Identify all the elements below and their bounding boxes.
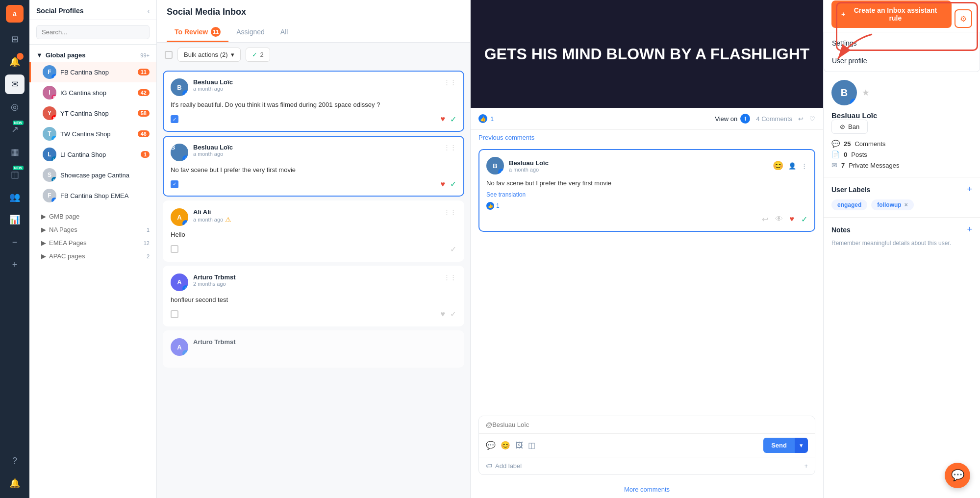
notes-placeholder: Remember meaningful details about this u… bbox=[831, 240, 972, 247]
global-pages-header[interactable]: ▼ Global pages 99+ bbox=[29, 49, 156, 62]
emea-pages-group[interactable]: ▶ EMEA Pages 12 bbox=[29, 236, 156, 249]
heart-post-icon[interactable]: ♡ bbox=[809, 115, 815, 123]
user-star-icon[interactable]: ★ bbox=[862, 87, 870, 98]
post-actions: View on f 4 Comments ↩ ♡ bbox=[715, 114, 815, 124]
sidebar-item-yt-cantina[interactable]: Y ▶ YT Cantina Shop 58 bbox=[29, 103, 156, 124]
tab-to-review[interactable]: To Review 11 bbox=[167, 23, 228, 42]
sidebar-item-showcase-cantina[interactable]: S in Showcase page Cantina bbox=[29, 165, 156, 185]
image-icon[interactable]: 🖼 bbox=[515, 441, 523, 450]
message-card-5[interactable]: A f Arturo Trbmst bbox=[163, 330, 464, 368]
send-button[interactable]: Send bbox=[763, 438, 795, 453]
add-label-button[interactable]: 🏷 Add label + bbox=[479, 457, 815, 474]
apac-pages-group[interactable]: ▶ APAC pages 2 bbox=[29, 249, 156, 263]
share-nav-item[interactable]: ↗ NEW bbox=[5, 120, 25, 139]
more-comments-link[interactable]: More comments bbox=[471, 481, 823, 498]
done-icon-4[interactable]: ✓ bbox=[450, 309, 456, 319]
check-count-button[interactable]: ✓ 2 bbox=[246, 48, 270, 62]
icon-navigation: a ⊞ 🔔 ✉ ◎ ↗ NEW ▦ ◫ NEW 👥 📊 − + ? 🔔 bbox=[0, 0, 29, 498]
sidebar-item-ig-cantina[interactable]: I ▣ IG Cantina shop 42 bbox=[29, 82, 156, 103]
msg-info-4: Arturo Trbmst 2 months ago bbox=[193, 274, 439, 287]
sidebar-collapse-icon[interactable]: ‹ bbox=[148, 7, 150, 15]
team-nav-item[interactable]: 👥 bbox=[5, 187, 25, 207]
assign-icon[interactable]: 👤 bbox=[788, 162, 796, 170]
message-list: B f Besluau Loïc a month ago ⋮⋮ It's rea… bbox=[157, 67, 470, 498]
sidebar-item-li-cantina[interactable]: L in LI Cantina Shop 1 bbox=[29, 144, 156, 165]
search-input[interactable] bbox=[36, 25, 150, 39]
sidebar-item-tw-cantina[interactable]: T t TW Cantina Shop 46 bbox=[29, 124, 156, 144]
create-inbox-rule-button[interactable]: + Create an Inbox assistant rule bbox=[831, 0, 952, 28]
done-icon-2[interactable]: ✓ bbox=[450, 179, 456, 189]
msg-checkbox-4[interactable] bbox=[171, 310, 178, 318]
add-note-icon[interactable]: + bbox=[967, 224, 972, 235]
share-post-icon[interactable]: ↩ bbox=[798, 115, 804, 123]
na-pages-group[interactable]: ▶ NA Pages 1 bbox=[29, 223, 156, 236]
bulk-actions-chevron-icon: ▾ bbox=[231, 51, 234, 58]
social-nav-item[interactable]: ◎ bbox=[5, 97, 25, 117]
tab-all[interactable]: All bbox=[273, 23, 296, 42]
remove-followup-label[interactable]: × bbox=[905, 201, 908, 208]
like-icon-2[interactable]: ♥ bbox=[441, 180, 446, 189]
gmb-page-group[interactable]: ▶ GMB page bbox=[29, 210, 156, 223]
bulk-actions-button[interactable]: Bulk actions (2) ▾ bbox=[177, 48, 241, 62]
message-card-1[interactable]: B f Besluau Loïc a month ago ⋮⋮ It's rea… bbox=[163, 71, 464, 132]
view-on-facebook[interactable]: View on f bbox=[715, 114, 750, 124]
like-icon-4[interactable]: ♥ bbox=[441, 310, 446, 319]
msg-actions-2: ✓ ♥ ✓ bbox=[171, 179, 456, 189]
ban-button[interactable]: ⊘ Ban bbox=[831, 120, 868, 134]
reply-icon[interactable]: ↩ bbox=[762, 215, 768, 224]
msg-checkbox-3[interactable] bbox=[171, 245, 178, 253]
msg-menu-icon-1[interactable]: ⋮⋮ bbox=[444, 78, 456, 86]
add-label-icon[interactable]: + bbox=[967, 184, 972, 195]
more-options-icon[interactable]: ⋮ bbox=[801, 162, 807, 170]
message-card-2[interactable]: B f Besluau Loïc a month ago ⋮⋮ No fav s… bbox=[163, 136, 464, 197]
see-translation-link[interactable]: See translation bbox=[486, 191, 807, 198]
calendar2-nav-item[interactable]: ◫ NEW bbox=[5, 165, 25, 184]
emoji-icon[interactable]: 😊 bbox=[501, 441, 510, 450]
chart-nav-item[interactable]: 📊 bbox=[5, 210, 25, 229]
new-badge: NEW bbox=[13, 121, 24, 125]
settings-gear-button[interactable]: ⚙ bbox=[955, 9, 972, 28]
user-stats: 💬 25 Comments 📄 0 Posts ✉ 7 Private Mess… bbox=[831, 140, 972, 169]
hide-icon[interactable]: 👁 bbox=[775, 215, 783, 224]
message-card-4[interactable]: A f Arturo Trbmst 2 months ago ⋮⋮ honfle… bbox=[163, 266, 464, 327]
msg-action-icons-2: ♥ ✓ bbox=[441, 179, 457, 189]
emoji-reaction-icon[interactable]: 😊 bbox=[773, 160, 783, 171]
help-nav-item[interactable]: ? bbox=[5, 451, 25, 471]
send-button-group: Send ▾ bbox=[763, 438, 808, 453]
speech-bubble-icon[interactable]: 💬 bbox=[486, 441, 496, 450]
previous-comments-link[interactable]: Previous comments bbox=[471, 130, 823, 145]
calendar-nav-item[interactable]: ▦ bbox=[5, 142, 25, 162]
ban-icon: ⊘ bbox=[840, 123, 845, 130]
tab-assigned[interactable]: Assigned bbox=[228, 23, 273, 42]
msg-menu-icon-3[interactable]: ⋮⋮ bbox=[444, 208, 456, 216]
send-dropdown-button[interactable]: ▾ bbox=[795, 438, 808, 453]
msg-checkbox-2[interactable]: ✓ bbox=[171, 180, 178, 188]
bell-nav-item[interactable]: 🔔 bbox=[5, 473, 25, 493]
chat-widget-button[interactable]: 💬 bbox=[945, 463, 970, 488]
reply-input[interactable] bbox=[479, 416, 815, 433]
msg-checkbox-1[interactable]: ✓ bbox=[171, 115, 178, 123]
sidebar-item-fb-cantina[interactable]: F f FB Cantina Shop 11 bbox=[29, 62, 156, 82]
minus-nav-item[interactable]: − bbox=[5, 232, 25, 252]
like-icon-1[interactable]: ♥ bbox=[441, 115, 446, 124]
msg-menu-icon-2[interactable]: ⋮⋮ bbox=[444, 144, 456, 151]
msg-platform-badge-5: f bbox=[182, 350, 188, 356]
message-card-3[interactable]: A f Ali Ali a month ago ⚠ ⋮⋮ Hello ✓ bbox=[163, 200, 464, 262]
done-icon-1[interactable]: ✓ bbox=[450, 115, 456, 124]
done-comment-icon[interactable]: ✓ bbox=[801, 215, 807, 224]
msg-text-1: It's really beautiful. Do you think it w… bbox=[171, 100, 456, 110]
msg-avatar-4: A f bbox=[171, 274, 188, 291]
user-avatar: B f bbox=[831, 80, 857, 105]
done-icon-3[interactable]: ✓ bbox=[450, 245, 456, 254]
select-all-checkbox[interactable] bbox=[165, 51, 173, 59]
home-nav-item[interactable]: ⊞ bbox=[5, 29, 25, 49]
msg-menu-icon-4[interactable]: ⋮⋮ bbox=[444, 274, 456, 281]
app-logo: a bbox=[6, 5, 24, 23]
like-comment-icon[interactable]: ♥ bbox=[790, 215, 795, 224]
msg-text-3: Hello bbox=[171, 230, 456, 240]
notifications-nav-item[interactable]: 🔔 bbox=[5, 52, 25, 72]
plus-nav-item[interactable]: + bbox=[5, 255, 25, 274]
sidebar-item-fb-emea[interactable]: F f FB Cantina Shop EMEA bbox=[29, 185, 156, 206]
inbox-nav-item[interactable]: ✉ bbox=[5, 75, 25, 94]
template-icon[interactable]: ◫ bbox=[528, 441, 535, 450]
